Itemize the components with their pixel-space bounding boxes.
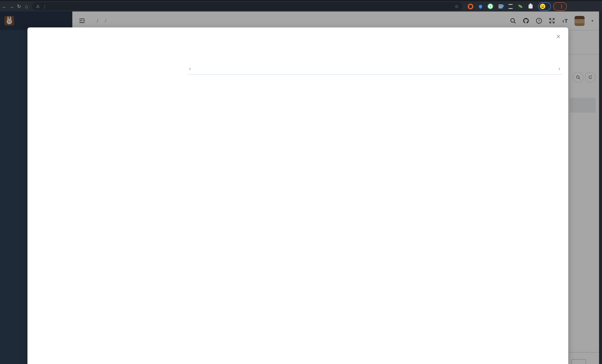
tabs-scroll-right-icon[interactable]: › (557, 65, 562, 72)
file-tabs: ‹ › (187, 63, 562, 75)
warning-icon: ⚠ (36, 4, 40, 9)
close-icon[interactable]: × (556, 33, 560, 40)
url-separator: | (44, 4, 45, 9)
browser-update-button[interactable]: ⋮ (553, 2, 567, 10)
browser-menu-dots-icon[interactable]: ⋮ (559, 4, 564, 9)
bookmark-star-icon[interactable]: ☆ (455, 3, 459, 9)
page-scrollbar[interactable] (599, 11, 602, 364)
list-on-extension-icon[interactable] (507, 3, 513, 9)
code-preview-dialog: × ‹ › (27, 27, 568, 364)
reload-icon[interactable]: ↻ (16, 3, 22, 9)
blue-pin-extension-icon[interactable] (477, 3, 483, 9)
tabs-scroll-left-icon[interactable]: ‹ (187, 65, 193, 72)
green-v-extension-icon[interactable]: V (487, 3, 493, 9)
extensions-row: V (467, 3, 533, 9)
emoji-face-icon (540, 3, 546, 9)
code-panel[interactable] (190, 86, 566, 364)
annotation-overlay (195, 0, 437, 37)
grid-diamond-extension-icon[interactable] (497, 3, 503, 9)
puzzle-extension-icon[interactable] (527, 3, 533, 9)
orange-ring-extension-icon[interactable] (467, 3, 473, 9)
home-icon[interactable]: ⌂ (23, 3, 30, 9)
back-icon[interactable]: ← (1, 3, 7, 9)
screen: ← → ↻ ⌂ ⚠ | ☆ V (0, 0, 602, 364)
green-leaf-extension-icon[interactable] (517, 3, 523, 9)
forward-icon[interactable]: → (9, 3, 15, 9)
profile-paused-chip[interactable] (538, 2, 551, 10)
